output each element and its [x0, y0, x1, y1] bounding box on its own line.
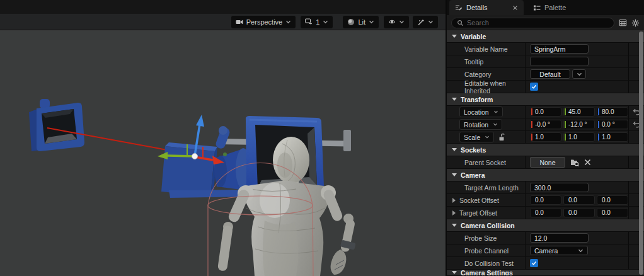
tab-details-label: Details	[466, 4, 488, 11]
scale-z-input[interactable]: 1.0	[597, 132, 628, 142]
category-combobox-arrow[interactable]	[572, 69, 586, 79]
search-input[interactable]	[467, 19, 609, 26]
camera-speed-icon	[305, 18, 313, 25]
collapse-arrow-icon	[452, 271, 457, 274]
preview-effects-button[interactable]	[413, 16, 438, 28]
property-row-location: Location 0.0 45.0 80.0	[447, 106, 644, 118]
chevron-down-icon	[323, 20, 328, 24]
collapse-arrow-icon	[452, 224, 457, 227]
chevron-down-icon	[577, 72, 582, 76]
camera-icon	[236, 19, 243, 25]
rotation-x-input[interactable]: -0.0 °	[530, 120, 561, 129]
viewport-toolbar: Perspective 1 Lit	[0, 14, 446, 30]
view-mode-button[interactable]: Lit	[343, 16, 379, 28]
rotation-dropdown-button[interactable]: Rotation	[459, 119, 502, 130]
property-row-rotation: Rotation -0.0 ° -12.0 ° 0.0 °	[447, 118, 644, 131]
lit-sphere-icon	[347, 18, 355, 26]
section-header-variable[interactable]: Variable	[447, 30, 644, 43]
collapse-arrow-icon	[452, 98, 457, 101]
panel-tab-bar: Details Palette	[447, 0, 644, 15]
section-header-camera[interactable]: Camera	[447, 169, 644, 181]
checkmark-icon	[531, 260, 537, 266]
close-icon[interactable]	[512, 5, 518, 11]
location-dropdown-button[interactable]: Location	[459, 106, 503, 117]
location-z-input[interactable]: 80.0	[597, 107, 628, 117]
chevron-down-icon	[578, 249, 584, 253]
property-row-variable-name: Variable Name SpringArm	[447, 43, 644, 55]
chevron-down-icon	[485, 135, 490, 139]
clear-socket-icon[interactable]	[584, 159, 591, 166]
property-matrix-icon[interactable]	[619, 19, 627, 26]
parent-socket-value-box[interactable]: None	[530, 157, 565, 168]
collapse-arrow-icon	[452, 148, 457, 151]
tab-palette-label: Palette	[544, 4, 566, 11]
rotation-z-input[interactable]: 0.0 °	[597, 120, 628, 129]
scale-dropdown-button[interactable]: Scale	[459, 132, 494, 142]
collapse-arrow-icon	[452, 173, 457, 176]
effects-wand-icon	[417, 18, 425, 26]
view-mode-label: Lit	[358, 18, 365, 26]
socket-offset-z-input[interactable]: 0.0	[597, 195, 628, 205]
camera-speed-value: 1	[316, 18, 319, 26]
section-header-camera-settings[interactable]: Camera Settings	[447, 270, 644, 276]
checkmark-icon	[531, 84, 537, 89]
section-header-transform[interactable]: Transform	[447, 93, 644, 106]
property-row-scale: Scale 1.0 1.0 1.0	[447, 131, 644, 144]
property-row-probe-channel: Probe Channel Camera	[447, 244, 644, 257]
chevron-down-icon	[285, 20, 291, 24]
category-combobox[interactable]: Default	[530, 69, 570, 79]
viewport-3d-scene[interactable]	[0, 0, 446, 276]
section-header-camera-collision[interactable]: Camera Collision	[447, 219, 644, 232]
target-offset-x-input[interactable]: 0.0	[530, 208, 561, 217]
collapse-arrow-icon	[452, 35, 457, 38]
tooltip-input[interactable]	[530, 57, 589, 66]
location-y-input[interactable]: 45.0	[563, 107, 595, 117]
scale-y-input[interactable]: 1.0	[563, 132, 595, 142]
socket-offset-y-input[interactable]: 0.0	[563, 195, 595, 205]
probe-channel-combobox[interactable]: Camera	[530, 246, 588, 255]
show-flags-button[interactable]	[384, 16, 409, 28]
target-arm-length-input[interactable]: 300.0	[530, 183, 589, 192]
socket-offset-x-input[interactable]: 0.0	[530, 195, 561, 205]
property-row-parent-socket: Parent Socket None	[447, 156, 644, 169]
chevron-down-icon	[493, 123, 498, 126]
property-row-tooltip: Tooltip	[447, 55, 644, 68]
property-row-target-arm-length: Target Arm Length 300.0	[447, 181, 644, 194]
editable-when-inherited-checkbox[interactable]	[530, 83, 538, 91]
viewport-top-bar	[0, 0, 446, 14]
search-box[interactable]	[451, 18, 614, 28]
details-scrollbar[interactable]	[639, 32, 643, 275]
scrollbar-thumb[interactable]	[639, 32, 643, 275]
variable-name-input[interactable]: SpringArm	[530, 44, 589, 54]
do-collision-test-checkbox[interactable]	[530, 259, 538, 267]
chevron-down-icon	[399, 20, 405, 24]
tab-details[interactable]: Details	[449, 0, 524, 15]
target-offset-z-input[interactable]: 0.0	[597, 208, 628, 217]
gizmo-center-handle[interactable]	[192, 154, 198, 159]
palette-tab-icon	[533, 4, 541, 11]
details-panel: Details Palette	[446, 0, 644, 276]
tab-palette[interactable]: Palette	[527, 0, 572, 15]
search-icon	[457, 20, 464, 26]
property-row-socket-offset: Socket Offset 0.0 0.0 0.0	[447, 194, 644, 207]
expand-arrow-icon[interactable]	[452, 198, 456, 203]
browse-socket-icon[interactable]	[570, 158, 579, 166]
location-x-input[interactable]: 0.0	[530, 107, 561, 117]
property-row-do-collision-test: Do Collision Test	[447, 257, 644, 270]
chevron-down-icon	[493, 110, 498, 113]
chevron-down-icon	[369, 20, 374, 24]
lock-open-icon[interactable]	[498, 134, 505, 141]
details-search-row	[447, 15, 644, 30]
section-header-sockets[interactable]: Sockets	[447, 144, 644, 156]
view-options-gear-icon[interactable]	[631, 19, 640, 27]
probe-size-input[interactable]: 12.0	[530, 233, 589, 243]
perspective-dropdown-button[interactable]: Perspective	[231, 16, 296, 28]
camera-speed-button[interactable]: 1	[301, 16, 333, 28]
rotation-y-input[interactable]: -12.0 °	[563, 120, 595, 129]
target-offset-y-input[interactable]: 0.0	[563, 208, 595, 217]
property-row-probe-size: Probe Size 12.0	[447, 232, 644, 244]
scale-x-input[interactable]: 1.0	[530, 132, 561, 142]
expand-arrow-icon[interactable]	[452, 210, 456, 216]
eye-icon	[388, 18, 396, 25]
blueprint-viewport[interactable]: Perspective 1 Lit	[0, 0, 446, 276]
